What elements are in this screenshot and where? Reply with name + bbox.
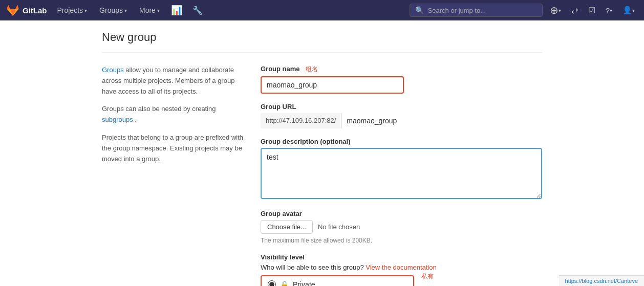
group-desc-textarea[interactable]: test bbox=[261, 148, 542, 199]
more-chevron-icon: ▾ bbox=[157, 8, 160, 13]
group-url-label: Group URL bbox=[261, 103, 542, 111]
private-note: 私有 bbox=[421, 272, 434, 281]
form-main: Group name 组名 Group URL http://47.109.16… bbox=[261, 65, 542, 286]
avatar-row: Choose file... No file chosen bbox=[261, 220, 542, 234]
search-bar[interactable]: 🔍 Search or jump to... bbox=[410, 4, 543, 17]
form-sidebar: Groups allow you to manage and collabora… bbox=[102, 65, 245, 171]
nav-wrench-icon[interactable]: 🔧 bbox=[189, 6, 206, 15]
bottom-url: https://blog.csdn.net/Canteve bbox=[565, 278, 638, 284]
groups-chevron-icon: ▾ bbox=[124, 8, 127, 13]
group-url-input[interactable] bbox=[341, 113, 542, 128]
issues-icon[interactable]: ☑ bbox=[585, 6, 598, 15]
bottom-bar: https://blog.csdn.net/Canteve bbox=[559, 275, 644, 286]
file-size-hint: The maximum file size allowed is 200KB. bbox=[261, 237, 542, 244]
navbar: GitLab Projects ▾ Groups ▾ More ▾ 📊 🔧 🔍 … bbox=[0, 0, 644, 20]
private-label: Private bbox=[293, 280, 315, 286]
nav-more[interactable]: More ▾ bbox=[135, 6, 164, 14]
private-radio[interactable] bbox=[268, 280, 276, 286]
group-url-row: http://47.109.16.207:82/ bbox=[261, 113, 542, 128]
projects-chevron-icon: ▾ bbox=[84, 8, 87, 13]
page-container: New group Groups allow you to manage and… bbox=[92, 20, 552, 286]
sidebar-para3: Projects that belong to a group are pref… bbox=[102, 133, 245, 164]
visibility-question: Who will be able to see this group? View… bbox=[261, 263, 542, 271]
group-desc-group: Group description (optional) test bbox=[261, 138, 542, 201]
group-name-input[interactable] bbox=[261, 76, 404, 94]
groups-link[interactable]: Groups bbox=[102, 66, 124, 74]
nav-activity-icon[interactable]: 📊 bbox=[168, 5, 185, 16]
merge-requests-icon[interactable]: ⇄ bbox=[568, 6, 581, 15]
no-file-text: No file chosen bbox=[318, 223, 360, 231]
view-docs-link[interactable]: View the documentation bbox=[366, 263, 437, 271]
choose-file-button[interactable]: Choose file... bbox=[261, 220, 313, 234]
group-url-group: Group URL http://47.109.16.207:82/ bbox=[261, 103, 542, 128]
group-avatar-group: Group avatar Choose file... No file chos… bbox=[261, 210, 542, 244]
group-avatar-label: Group avatar bbox=[261, 210, 542, 217]
gitlab-text: GitLab bbox=[23, 6, 47, 15]
visibility-level-label: Visibility level bbox=[261, 253, 542, 261]
search-placeholder: Search or jump to... bbox=[428, 7, 486, 14]
search-icon: 🔍 bbox=[415, 6, 424, 14]
group-name-wrapper bbox=[261, 76, 542, 94]
visibility-section: Visibility level Who will be able to see… bbox=[261, 253, 542, 286]
nav-projects[interactable]: Projects ▾ bbox=[53, 6, 92, 14]
lock-icon: 🔒 bbox=[280, 280, 289, 286]
group-desc-label: Group description (optional) bbox=[261, 138, 542, 145]
subgroups-link[interactable]: subgroups bbox=[102, 116, 133, 123]
group-name-note: 组名 bbox=[306, 65, 318, 73]
help-icon[interactable]: ? ▾ bbox=[603, 6, 615, 15]
nav-groups[interactable]: Groups ▾ bbox=[95, 6, 131, 14]
sidebar-para1: Groups allow you to manage and collabora… bbox=[102, 65, 245, 97]
form-layout: Groups allow you to manage and collabora… bbox=[102, 65, 542, 286]
new-item-button[interactable]: ⊕ ▾ bbox=[547, 4, 564, 16]
private-option-box: 🔒 Private bbox=[261, 275, 414, 286]
page-title: New group bbox=[102, 31, 542, 53]
group-url-prefix: http://47.109.16.207:82/ bbox=[261, 113, 341, 128]
group-name-label: Group name 组名 bbox=[261, 65, 542, 74]
gitlab-logo[interactable]: GitLab bbox=[6, 4, 47, 17]
group-name-group: Group name 组名 bbox=[261, 65, 542, 94]
user-avatar[interactable]: 👤 ▾ bbox=[619, 6, 638, 15]
sidebar-para2: Groups can also be nested by creating su… bbox=[102, 104, 245, 125]
